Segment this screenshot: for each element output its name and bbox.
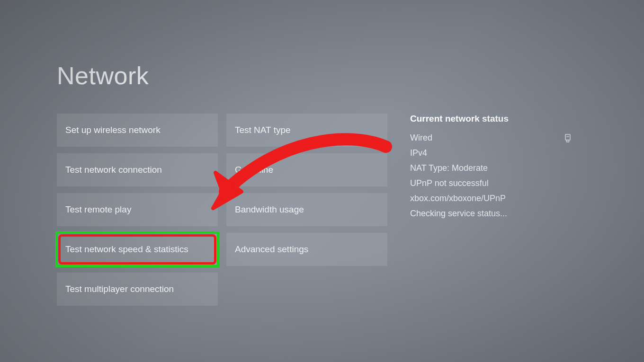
test-nat-type-button[interactable]: Test NAT type [226, 114, 387, 147]
menu-item-label: Test multiplayer connection [65, 284, 174, 294]
page-title: Network [57, 62, 587, 90]
menu-item-label: Test network speed & statistics [65, 244, 188, 255]
status-line-nat: NAT Type: Moderate [410, 163, 571, 173]
status-text: NAT Type: Moderate [410, 163, 488, 173]
menu-item-label: Bandwidth usage [235, 204, 304, 215]
status-line-ipv4: IPv4 [410, 148, 571, 158]
menu-item-label: Advanced settings [235, 244, 308, 255]
status-line-upnp-url: xbox.com/xboxone/UPnP [410, 194, 571, 203]
status-text: Checking service status... [410, 209, 507, 219]
network-settings-container: Network Set up wireless network Test net… [0, 0, 644, 362]
status-text: Wired [410, 133, 432, 143]
menu-item-label: Test network connection [65, 165, 162, 175]
content-row: Set up wireless network Test network con… [57, 114, 587, 306]
status-line-upnp: UPnP not successful [410, 178, 571, 188]
menu-item-label: Test NAT type [235, 125, 291, 135]
status-text: xbox.com/xboxone/UPnP [410, 194, 506, 203]
setup-wireless-button[interactable]: Set up wireless network [57, 114, 218, 147]
advanced-settings-button[interactable]: Advanced settings [226, 233, 387, 266]
status-title: Current network status [410, 114, 571, 124]
status-text: UPnP not successful [410, 178, 489, 188]
ethernet-icon [564, 133, 571, 143]
go-offline-button[interactable]: Go offline [226, 153, 387, 186]
status-line-wired: Wired [410, 133, 571, 143]
test-network-connection-button[interactable]: Test network connection [57, 153, 218, 186]
status-text: IPv4 [410, 148, 427, 158]
network-status-panel: Current network status Wired IPv4 NA [410, 114, 571, 306]
column-left: Set up wireless network Test network con… [57, 114, 218, 306]
menu-item-label: Test remote play [65, 204, 131, 215]
bandwidth-usage-button[interactable]: Bandwidth usage [226, 193, 387, 226]
svg-rect-1 [567, 140, 569, 142]
test-multiplayer-button[interactable]: Test multiplayer connection [57, 273, 218, 306]
status-line-service: Checking service status... [410, 209, 571, 219]
menu-item-label: Set up wireless network [65, 125, 161, 135]
menu-item-label: Go offline [235, 165, 273, 175]
test-network-speed-button[interactable]: Test network speed & statistics [57, 233, 218, 266]
test-remote-play-button[interactable]: Test remote play [57, 193, 218, 226]
column-right: Test NAT type Go offline Bandwidth usage… [226, 114, 387, 306]
